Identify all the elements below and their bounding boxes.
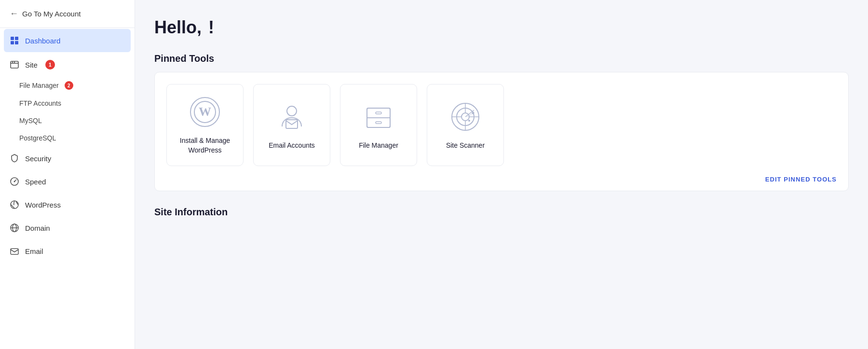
wordpress-tool-icon: W (188, 95, 222, 129)
site-label: Site (25, 61, 38, 69)
tool-install-wordpress[interactable]: W Install & Manage WordPress (166, 84, 244, 166)
greeting-heading: Hello, ! (154, 17, 849, 38)
ftp-accounts-label: FTP Accounts (19, 99, 61, 107)
main-content: Hello, ! Pinned Tools W Install & Manage… (135, 0, 868, 349)
email-accounts-label: Email Accounts (269, 141, 315, 151)
go-to-account-label: Go To My Account (22, 10, 81, 18)
go-to-account-button[interactable]: ← Go To My Account (0, 0, 135, 28)
file-manager-tool-label: File Manager (359, 141, 398, 151)
greeting-text: Hello, (154, 17, 202, 37)
file-manager-tool-icon (361, 99, 396, 134)
site-scanner-icon (448, 99, 483, 134)
file-manager-badge: 2 (65, 81, 73, 90)
dashboard-icon (10, 36, 19, 45)
sidebar-item-security[interactable]: Security (0, 147, 135, 170)
site-subnav: File Manager 2 FTP Accounts MySQL Postgr… (0, 76, 135, 147)
wordpress-label: WordPress (25, 201, 61, 209)
security-label: Security (25, 154, 51, 163)
security-icon (10, 154, 19, 163)
sidebar-item-dashboard[interactable]: Dashboard (4, 29, 131, 52)
svg-rect-14 (11, 249, 18, 254)
svg-rect-23 (376, 112, 381, 114)
dashboard-label: Dashboard (25, 37, 60, 45)
svg-rect-0 (11, 37, 14, 40)
domain-label: Domain (25, 224, 50, 232)
site-badge: 1 (45, 60, 55, 70)
sidebar-item-wordpress[interactable]: WordPress (0, 193, 135, 216)
svg-text:W: W (199, 105, 211, 119)
svg-rect-22 (367, 118, 390, 127)
back-arrow-icon: ← (10, 9, 18, 19)
svg-point-18 (287, 106, 297, 116)
sidebar-item-domain[interactable]: Domain (0, 216, 135, 239)
greeting-suffix: ! (208, 17, 214, 37)
edit-pinned-button[interactable]: EDIT PINNED TOOLS (765, 176, 837, 183)
email-nav-icon (10, 246, 19, 256)
site-scanner-label: Site Scanner (446, 141, 485, 151)
svg-rect-24 (376, 122, 381, 124)
sidebar-item-postgresql[interactable]: PostgreSQL (10, 129, 135, 147)
pinned-tools-section: Pinned Tools W Install & Manage WordPres… (154, 53, 849, 191)
mysql-label: MySQL (19, 117, 42, 125)
speed-icon (10, 177, 19, 186)
pinned-tools-card: W Install & Manage WordPress (154, 72, 849, 191)
wordpress-nav-icon (10, 200, 19, 209)
tools-grid: W Install & Manage WordPress (166, 84, 837, 166)
svg-point-32 (472, 112, 475, 114)
site-info-title: Site Information (154, 207, 849, 218)
domain-icon (10, 223, 19, 233)
file-manager-label: File Manager (19, 82, 59, 89)
install-wordpress-label: Install & Manage WordPress (173, 136, 237, 155)
edit-pinned-container: EDIT PINNED TOOLS (166, 176, 837, 183)
sidebar-item-speed[interactable]: Speed (0, 170, 135, 193)
postgresql-label: PostgreSQL (19, 134, 56, 142)
sidebar-item-ftp-accounts[interactable]: FTP Accounts (10, 95, 135, 112)
email-label: Email (25, 247, 43, 255)
svg-rect-3 (15, 41, 18, 44)
email-accounts-icon (274, 99, 309, 134)
svg-point-9 (14, 181, 15, 182)
site-icon (10, 60, 19, 70)
sidebar-item-mysql[interactable]: MySQL (10, 112, 135, 129)
svg-rect-21 (367, 108, 390, 118)
sidebar: ← Go To My Account Dashboard Site 1 (0, 0, 135, 349)
sidebar-item-file-manager[interactable]: File Manager 2 (10, 76, 135, 95)
svg-point-33 (468, 120, 470, 122)
tool-email-accounts[interactable]: Email Accounts (253, 84, 330, 166)
svg-rect-1 (15, 37, 18, 40)
sidebar-item-site[interactable]: Site 1 (0, 53, 135, 76)
speed-label: Speed (25, 178, 46, 186)
sidebar-item-email[interactable]: Email (0, 239, 135, 263)
tool-file-manager[interactable]: File Manager (340, 84, 417, 166)
tool-site-scanner[interactable]: Site Scanner (427, 84, 504, 166)
svg-rect-2 (11, 41, 14, 44)
pinned-tools-title: Pinned Tools (154, 53, 849, 64)
